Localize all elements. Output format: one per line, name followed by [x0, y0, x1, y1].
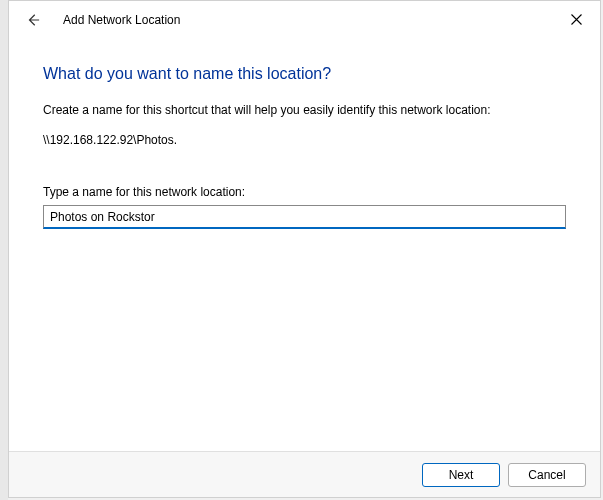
- location-name-input[interactable]: [43, 205, 566, 229]
- dialog-footer: Next Cancel: [9, 451, 600, 497]
- back-button[interactable]: [21, 8, 45, 32]
- close-button[interactable]: [558, 5, 594, 33]
- add-network-location-dialog: Add Network Location What do you want to…: [8, 0, 601, 498]
- titlebar: Add Network Location: [9, 1, 600, 39]
- background-sliver: [0, 0, 8, 500]
- dialog-content: What do you want to name this location? …: [9, 39, 600, 451]
- back-arrow-icon: [26, 13, 40, 27]
- cancel-button[interactable]: Cancel: [508, 463, 586, 487]
- description-text: Create a name for this shortcut that wil…: [43, 103, 566, 117]
- window-title: Add Network Location: [63, 13, 180, 27]
- input-label: Type a name for this network location:: [43, 185, 566, 199]
- next-button[interactable]: Next: [422, 463, 500, 487]
- network-path-text: \\192.168.122.92\Photos.: [43, 133, 566, 147]
- close-icon: [571, 14, 582, 25]
- page-heading: What do you want to name this location?: [43, 65, 566, 83]
